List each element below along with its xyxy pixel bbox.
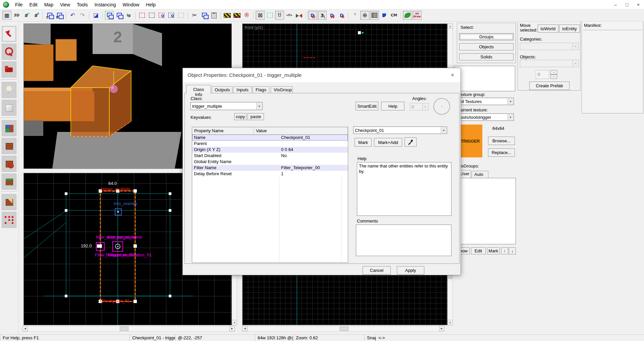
right-horizontal-scrollbar[interactable]: ◀ ▶: [242, 326, 444, 332]
categories-combo[interactable]: ▼: [520, 43, 579, 50]
select-mode-gray-icon[interactable]: [176, 11, 185, 20]
apply-current-texture-tool[interactable]: [2, 138, 16, 154]
replace-button[interactable]: Replace...: [488, 148, 515, 157]
undo-icon[interactable]: ↶: [68, 11, 77, 20]
mark-add-button[interactable]: Mark+Add: [374, 138, 402, 147]
tab-outputs[interactable]: Outputs: [212, 86, 232, 94]
chevron-down-icon[interactable]: ▼: [441, 127, 446, 133]
scroll-thumb[interactable]: [120, 327, 128, 331]
select-touching-icon[interactable]: Q: [157, 11, 166, 20]
visgroup-tab-auto[interactable]: Auto: [472, 171, 488, 178]
menu-tools[interactable]: Tools: [73, 1, 91, 9]
visgroup-edit-button[interactable]: Edit: [471, 247, 486, 254]
to-entity-button[interactable]: toEntity: [559, 25, 580, 33]
ungroup-icon[interactable]: [114, 11, 123, 20]
grid-toggle-icon[interactable]: ▦: [2, 11, 11, 20]
select-mode-red-icon[interactable]: [138, 11, 147, 20]
select-groups-button[interactable]: Groups: [459, 33, 514, 40]
select-inside-icon[interactable]: Q: [167, 11, 176, 20]
tab-class-info[interactable]: Class Info: [186, 85, 211, 94]
chevron-down-icon[interactable]: ▼: [507, 98, 513, 104]
texture-lock-tl-icon[interactable]: tl: [275, 11, 284, 20]
select-solids-button[interactable]: Solids: [459, 53, 514, 60]
scroll-down-icon[interactable]: ▼: [447, 320, 453, 325]
grid-3d-icon[interactable]: 3D: [12, 11, 21, 20]
apply-button[interactable]: Apply: [397, 266, 424, 275]
grid-larger-icon[interactable]: #: [32, 11, 41, 20]
apply-overlays-tool[interactable]: [2, 174, 16, 190]
menu-view[interactable]: View: [57, 1, 73, 9]
texture-scale-lock-icon[interactable]: [265, 11, 274, 20]
texture-application-tool[interactable]: [2, 120, 16, 136]
entity-names-icon[interactable]: D W: [327, 11, 336, 20]
chevron-down-icon[interactable]: ▼: [256, 103, 262, 109]
hide-unselected-icon[interactable]: [232, 11, 241, 20]
fade-preview-icon[interactable]: *: [351, 11, 360, 20]
left-horizontal-scrollbar[interactable]: ◀ ▶: [22, 326, 235, 332]
apply-decals-tool[interactable]: [2, 156, 16, 172]
comments-box[interactable]: [356, 225, 451, 256]
spinner-up-icon[interactable]: ▲: [550, 70, 557, 75]
smartedit-button[interactable]: SmartEdit: [356, 102, 378, 110]
model-render-icon[interactable]: ⊕: [360, 11, 369, 20]
camera-tool[interactable]: [2, 61, 16, 78]
grid-smaller-icon[interactable]: #: [22, 11, 31, 20]
texture-group-combo[interactable]: All Textures ▼: [458, 98, 514, 105]
eyedropper-button[interactable]: [405, 137, 417, 147]
entity-helpers-icon[interactable]: D D: [308, 11, 317, 20]
menu-instancing[interactable]: Instancing: [91, 1, 119, 9]
scroll-thumb[interactable]: [340, 327, 348, 331]
close-icon[interactable]: ×: [448, 71, 457, 79]
select-mode-black-icon[interactable]: [147, 11, 156, 20]
paste-icon[interactable]: [209, 11, 218, 20]
save-window-state-icon[interactable]: S: [55, 11, 64, 20]
visgroups-list[interactable]: [456, 178, 516, 244]
property-row[interactable]: Name Checkpoint_01: [192, 135, 348, 141]
property-row[interactable]: Origin (X Y Z) 0 0 64: [192, 147, 348, 153]
chevron-down-icon[interactable]: ▼: [507, 114, 513, 120]
radius-culling-icon[interactable]: ®: [242, 11, 251, 20]
menu-map[interactable]: Map: [41, 1, 57, 9]
to-world-button[interactable]: toWorld: [538, 25, 558, 33]
tab-inputs[interactable]: Inputs: [233, 86, 252, 94]
carve-icon[interactable]: ◪: [91, 11, 100, 20]
class-combo[interactable]: trigger_multiple ▼: [191, 102, 263, 110]
visgroup-down-icon[interactable]: ↓: [509, 247, 516, 254]
load-window-state-icon[interactable]: L: [45, 11, 54, 20]
entity-tool[interactable]: [2, 82, 16, 98]
dialog-titlebar[interactable]: Object Properties: Checkpoint_01 - trigg…: [183, 68, 461, 82]
hide-selected-icon[interactable]: [223, 11, 232, 20]
menu-help[interactable]: Help: [143, 1, 159, 9]
select-objects-button[interactable]: Objects: [459, 43, 514, 50]
scroll-left-icon[interactable]: ◀: [22, 326, 28, 331]
detail-objects-icon[interactable]: [403, 11, 412, 20]
texture-preview[interactable]: TRIGGER: [458, 125, 482, 157]
entity-name-combo[interactable]: Checkpoint_01 ▼: [353, 127, 447, 134]
redo-icon[interactable]: ↷: [78, 11, 87, 20]
property-row[interactable]: Global Entity Name: [192, 159, 348, 165]
property-row[interactable]: Filter Name Filter_Teleporter_00: [192, 165, 348, 171]
tab-visgroup[interactable]: VisGroup: [271, 86, 293, 94]
angles-combo[interactable]: 0 ▼: [410, 103, 429, 110]
menu-file[interactable]: File: [12, 1, 26, 9]
visgroup-up-icon[interactable]: ↑: [501, 247, 508, 254]
scroll-right-icon[interactable]: ▶: [229, 326, 235, 331]
entity-connections-icon[interactable]: 3 \: [318, 11, 327, 20]
scroll-down-icon[interactable]: ▼: [232, 320, 237, 325]
property-row[interactable]: Delay Before Reset 1: [192, 171, 348, 177]
block-tool[interactable]: [2, 100, 16, 116]
cut-icon[interactable]: ✂: [190, 11, 199, 20]
angle-dial[interactable]: [433, 98, 450, 115]
prefab-count-field[interactable]: 0: [536, 70, 549, 79]
help-button[interactable]: Help: [381, 102, 405, 110]
selection-tool[interactable]: [2, 26, 16, 42]
scroll-right-icon[interactable]: ▶: [439, 326, 444, 331]
restore-button[interactable]: □: [621, 0, 633, 9]
tab-flags[interactable]: Flags: [253, 86, 269, 94]
visgroup-mark-button[interactable]: Mark: [487, 247, 500, 254]
spinner-down-icon[interactable]: ▼: [550, 75, 557, 79]
displacement-mask-icon[interactable]: [370, 11, 379, 20]
select-mask-icon[interactable]: [380, 11, 389, 20]
magnify-tool[interactable]: [2, 44, 16, 60]
group-icon[interactable]: [105, 11, 114, 20]
